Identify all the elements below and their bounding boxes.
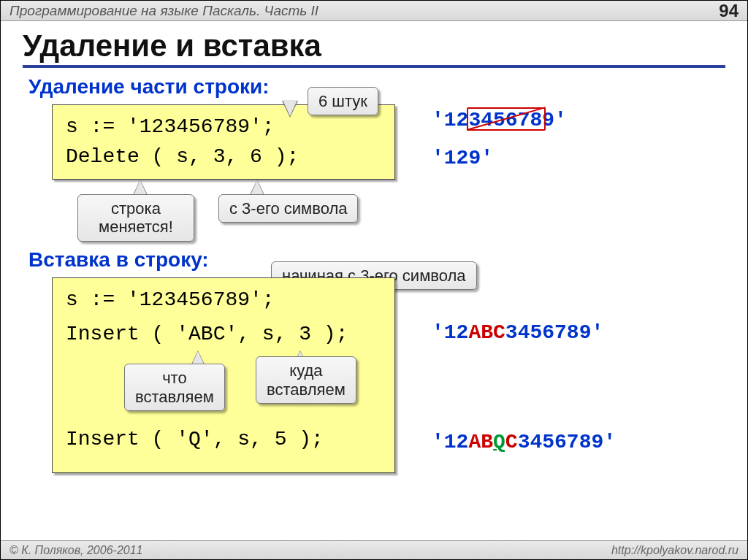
delete-code-line2: Delete ( s, 3, 6 ); xyxy=(66,142,381,172)
insert-output-2: '12ABQC3456789' xyxy=(432,431,616,453)
insert-out1-b: ABC xyxy=(468,321,505,344)
header-title: Программирование на языке Паскаль. Часть… xyxy=(9,3,318,19)
insert-out2-c: Q xyxy=(493,431,505,453)
delete-out-before-mid: 345678 xyxy=(468,109,542,131)
insert-code-line2: Insert ( 'ABC', s, 3 ); xyxy=(66,320,381,350)
callout-changes: строка меняется! xyxy=(77,194,194,242)
delete-out-before-b: 9' xyxy=(542,109,567,131)
insert-code-line3: Insert ( 'Q', s, 5 ); xyxy=(66,425,381,455)
callout-where: куда вставляем xyxy=(256,356,356,404)
delete-code-box: s := '123456789'; Delete ( s, 3, 6 ); xyxy=(52,104,395,180)
insert-out2-b: AB xyxy=(468,431,493,453)
insert-out1-a: '12 xyxy=(432,321,468,344)
delete-output-before: '123456789' xyxy=(432,109,567,131)
callout-from: с 3-его символа xyxy=(218,194,358,223)
callout-count-pointer xyxy=(283,100,297,116)
insert-output-1: '12ABC3456789' xyxy=(432,321,603,344)
callout-count: 6 штук xyxy=(308,87,378,115)
delete-code-line1: s := '123456789'; xyxy=(66,112,381,142)
footer-left: © К. Поляков, 2006-2011 xyxy=(9,544,142,557)
content-area: Удаление части строки: s := '123456789';… xyxy=(1,75,747,473)
slide-title: Удаление и вставка xyxy=(1,21,747,65)
insert-out2-d: C xyxy=(505,431,518,453)
insert-out2-a: '12 xyxy=(432,431,468,453)
delete-out-before-a: '12 xyxy=(432,109,468,131)
footer-bar: © К. Поляков, 2006-2011 http://kpolyakov… xyxy=(1,540,747,559)
title-underline xyxy=(23,65,725,68)
insert-code-box: s := '123456789'; Insert ( 'ABC', s, 3 )… xyxy=(52,277,395,473)
callout-what: что вставляем xyxy=(124,364,225,411)
insert-out2-e: 3456789' xyxy=(518,431,616,453)
page-number: 94 xyxy=(719,1,739,21)
insert-out1-c: 3456789' xyxy=(505,321,603,344)
delete-output-after: '129' xyxy=(432,147,493,169)
slide: Программирование на языке Паскаль. Часть… xyxy=(0,0,748,560)
insert-code-line1: s := '123456789'; xyxy=(66,285,381,315)
footer-right: http://kpolyakov.narod.ru xyxy=(611,544,739,557)
header-bar: Программирование на языке Паскаль. Часть… xyxy=(1,1,747,21)
